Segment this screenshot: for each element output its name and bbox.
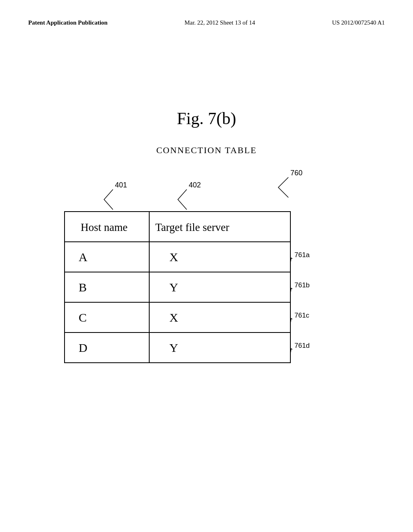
ref-760-bracket — [278, 177, 288, 197]
figure-title: Fig. 7(b) — [0, 109, 413, 128]
ref-761c-label: 761c — [294, 312, 309, 319]
page: Patent Application Publication Mar. 22, … — [0, 0, 413, 532]
row1-host: A — [79, 250, 88, 264]
ref-760-label: 760 — [290, 169, 302, 177]
row2-host: B — [79, 281, 87, 294]
row4-server: Y — [169, 341, 178, 354]
diagram-svg: 760 401 402 Host name Target file server — [0, 157, 413, 439]
page-header: Patent Application Publication Mar. 22, … — [28, 19, 385, 26]
ref-761b-label: 761b — [294, 281, 310, 289]
table-title: CONNECTION TABLE — [0, 145, 413, 156]
ref-401-bracket — [104, 189, 113, 210]
row4-host: D — [79, 341, 88, 354]
ref-761a-label: 761a — [294, 251, 310, 259]
row3-server: X — [169, 311, 178, 324]
ref-402-label: 402 — [189, 181, 201, 189]
row3-host: C — [79, 311, 87, 324]
header-publication-label: Patent Application Publication — [28, 19, 108, 26]
row1-server: X — [169, 250, 178, 264]
ref-402-bracket — [178, 189, 187, 210]
ref-761d-label: 761d — [294, 342, 310, 349]
row2-server: Y — [169, 281, 178, 294]
col1-header-text: Host name — [81, 221, 127, 233]
header-patent-number: US 2012/0072540 A1 — [332, 19, 385, 26]
col2-header-text: Target file server — [155, 221, 229, 233]
ref-401-label: 401 — [115, 181, 127, 189]
header-date-sheet: Mar. 22, 2012 Sheet 13 of 14 — [184, 19, 255, 26]
